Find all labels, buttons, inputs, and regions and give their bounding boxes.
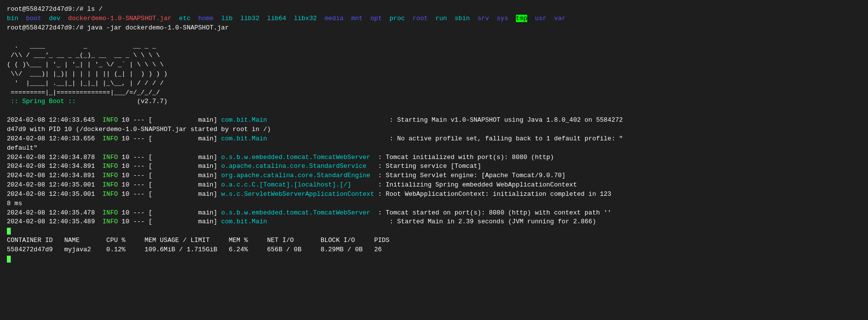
log-level-5: INFO: [102, 172, 118, 179]
log-pid-3: 10: [122, 154, 129, 161]
ls-dockerdemo: dockerdemo-1.0-SNAPSHOT.jar: [68, 15, 172, 22]
ls-boot: boot: [26, 15, 41, 22]
log-date-2: 2024-02-08 12:40:33.656: [7, 135, 95, 142]
ls-lib: lib: [221, 15, 232, 22]
blank-2: [7, 107, 861, 116]
log-level-4: INFO: [102, 162, 118, 170]
log-pid-9: 10: [122, 218, 129, 225]
log-msg-5: : Starting Servlet engine: [Apache Tomca…: [378, 172, 565, 179]
log-pid-2: 10: [122, 135, 129, 142]
spring-boot-label-line: :: Spring Boot :: (v2.7.7): [7, 97, 861, 107]
log-pid-1: 10: [122, 116, 129, 124]
log-msg-4: : Starting service [Tomcat]: [378, 162, 482, 170]
ls-sys: sys: [497, 15, 508, 22]
log-class-9: com.bit.Main: [221, 218, 267, 225]
prompt-java: root@5584272d47d9:/# java -jar dockerdem…: [7, 24, 229, 31]
log-level-9: INFO: [102, 218, 118, 225]
log-date-1: 2024-02-08 12:40:33.645: [7, 116, 95, 124]
cursor-line-1: [7, 227, 861, 236]
log-line-7: 2024-02-08 12:40:35.001 INFO 10 --- [ ma…: [7, 190, 861, 199]
log-msg-3: : Tomcat initialized with port(s): 8080 …: [378, 154, 554, 161]
ls-lib32: lib32: [240, 15, 259, 22]
ls-run: run: [435, 15, 447, 22]
log-line-2: 2024-02-08 12:40:33.656 INFO 10 --- [ ma…: [7, 134, 861, 144]
ls-srv: srv: [478, 15, 489, 22]
log-line-4: 2024-02-08 12:40:34.891 INFO 10 --- [ ma…: [7, 162, 861, 171]
cursor-2: [7, 256, 11, 263]
terminal-window: root@5584272d47d9:/# ls / bin boot dev d…: [7, 5, 861, 264]
log-pid-7: 10: [122, 190, 129, 198]
ls-tmp: tmp: [516, 15, 527, 22]
spring-ascii-5: ' |____| .__|_| |_|_| |_\__, | / / / /: [7, 79, 861, 88]
log-msg-2b: default": [7, 144, 37, 152]
ls-opt: opt: [370, 15, 382, 22]
log-date-5: 2024-02-08 12:40:34.891: [7, 172, 95, 179]
log-line-7b: 8 ms: [7, 199, 861, 209]
log-level-7: INFO: [102, 190, 118, 198]
log-level-1: INFO: [102, 116, 118, 124]
command-java: root@5584272d47d9:/# java -jar dockerdem…: [7, 24, 861, 33]
log-msg-8: : Tomcat started on port(s): 8080 (http)…: [378, 209, 612, 216]
log-date-3: 2024-02-08 12:40:34.878: [7, 154, 95, 161]
log-line-2b: default": [7, 144, 861, 153]
log-msg-2: : No active profile set, falling back to…: [389, 135, 623, 142]
log-pid-6: 10: [122, 181, 129, 188]
log-class-1: com.bit.Main: [221, 116, 267, 124]
spring-ascii-1: . ____ _ __ _ _: [7, 42, 861, 51]
log-line-8: 2024-02-08 12:40:35.478 INFO 10 --- [ ma…: [7, 209, 861, 218]
log-level-6: INFO: [102, 181, 118, 188]
log-msg-1: : Starting Main v1.0-SNAPSHOT using Java…: [389, 116, 623, 124]
log-line-1b: d47d9 with PID 10 (/dockerdemo-1.0-SNAPS…: [7, 125, 861, 134]
log-pid-4: 10: [122, 162, 129, 170]
spring-boot-label: :: Spring Boot ::: [11, 98, 76, 105]
ls-media: media: [325, 15, 344, 22]
log-class-2: com.bit.Main: [221, 135, 267, 142]
ls-dev: dev: [49, 15, 60, 22]
log-msg-1b: d47d9 with PID 10 (/dockerdemo-1.0-SNAPS…: [7, 126, 271, 133]
ls-root: root: [412, 15, 428, 22]
log-level-2: INFO: [102, 135, 118, 142]
spring-ascii-3: ( ( )\___ | '_ | '_| | '_ \/ _` | \ \ \ …: [7, 60, 861, 70]
spring-ascii-6: =========|_|==============|___/=/_/_/_/: [7, 88, 861, 98]
spring-version: (v2.7.7): [137, 98, 167, 105]
command-ls: root@5584272d47d9:/# ls /: [7, 5, 861, 14]
ls-etc: etc: [179, 15, 190, 22]
log-line-9: 2024-02-08 12:40:35.489 INFO 10 --- [ ma…: [7, 217, 861, 227]
log-line-3: 2024-02-08 12:40:34.878 INFO 10 --- [ ma…: [7, 153, 861, 162]
log-level-3: INFO: [102, 154, 118, 161]
log-class-4: o.apache.catalina.core.StandardService: [221, 162, 366, 170]
log-msg-7b: 8 ms: [7, 200, 22, 207]
log-date-4: 2024-02-08 12:40:34.891: [7, 162, 95, 170]
ls-mnt: mnt: [351, 15, 362, 22]
log-class-7: w.s.c.ServletWebServerApplicationContext: [221, 190, 374, 198]
stats-header: CONTAINER ID NAME CPU % MEM USAGE / LIMI…: [7, 237, 389, 244]
ls-proc: proc: [389, 15, 405, 22]
ls-var: var: [554, 15, 565, 22]
log-class-3: o.s.b.w.embedded.tomcat.TomcatWebServer: [221, 154, 370, 161]
log-msg-9: : Started Main in 2.39 seconds (JVM runn…: [389, 218, 596, 225]
ls-home: home: [198, 15, 213, 22]
spring-ascii-2: /\\ / ___'_ __ _ _(_)_ __ __ _ \ \ \ \: [7, 51, 861, 60]
log-msg-7: : Root WebApplicationContext: initializa…: [378, 190, 612, 198]
stats-header-line: CONTAINER ID NAME CPU % MEM USAGE / LIMI…: [7, 236, 861, 245]
log-class-5: org.apache.catalina.core.StandardEngine: [221, 172, 370, 179]
log-class-6: o.a.c.c.C.[Tomcat].[localhost].[/]: [221, 181, 351, 188]
log-msg-6: : Initializing Spring embedded WebApplic…: [378, 181, 577, 188]
log-line-1: 2024-02-08 12:40:33.645 INFO 10 --- [ ma…: [7, 116, 861, 125]
ls-libx32: libx32: [294, 15, 317, 22]
spring-ascii-4: \\/ ___)| |_)| | | | | || (_| | ) ) ) ): [7, 70, 861, 79]
log-date-6: 2024-02-08 12:40:35.001: [7, 181, 95, 188]
log-class-8: o.s.b.w.embedded.tomcat.TomcatWebServer: [221, 209, 370, 216]
ls-bin: bin: [7, 15, 18, 22]
log-pid-8: 10: [122, 209, 129, 216]
stats-row-line: 5584272d47d9 myjava2 0.12% 109.6MiB / 1.…: [7, 245, 861, 255]
log-line-6: 2024-02-08 12:40:35.001 INFO 10 --- [ ma…: [7, 181, 861, 190]
ls-usr: usr: [535, 15, 546, 22]
blank-1: [7, 33, 861, 42]
stats-row: 5584272d47d9 myjava2 0.12% 109.6MiB / 1.…: [7, 246, 382, 253]
ls-lib64: lib64: [267, 15, 286, 22]
log-level-8: INFO: [102, 209, 118, 216]
cursor-line-2: [7, 255, 861, 264]
log-line-5: 2024-02-08 12:40:34.891 INFO 10 --- [ ma…: [7, 171, 861, 181]
cursor-1: [7, 228, 11, 235]
